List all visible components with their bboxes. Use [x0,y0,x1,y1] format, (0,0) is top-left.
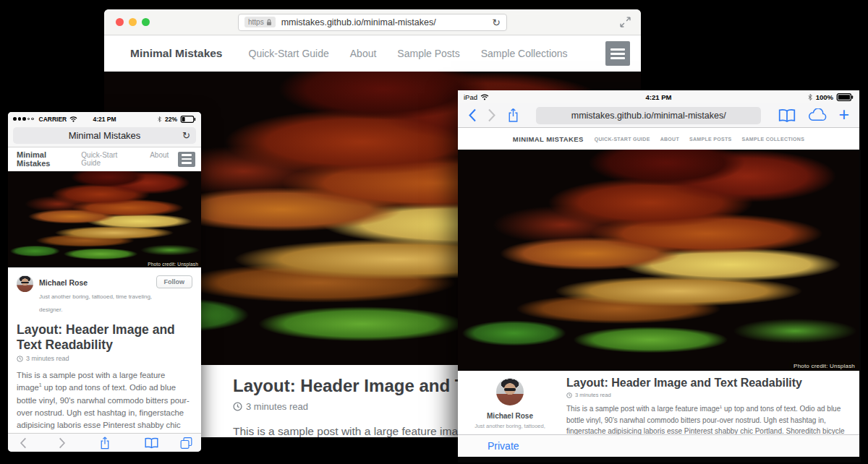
back-icon[interactable] [468,108,477,122]
fullscreen-icon[interactable] [620,17,631,27]
composite-screenshot: https mmistakes.github.io/minimal-mistak… [0,0,868,464]
tabs-icon[interactable] [180,437,192,449]
wifi-icon [480,94,489,100]
nav-link-sample-collections[interactable]: Sample Collections [481,48,568,59]
site-masthead: Minimal Mistakes Quick-Start Guide About [8,147,201,171]
author-name: Michael Rose [39,278,88,287]
carrier-label: CARRIER [39,116,67,123]
post-title: Layout: Header Image and Text Readabilit… [566,377,857,390]
post-body: Michael Rose Just another boring, tattoo… [8,267,201,452]
nav-link-sample-posts[interactable]: Sample Posts [397,48,459,59]
battery-percent: 100% [816,93,833,101]
clock-icon [17,356,23,362]
url-text: mmistakes.github.io/minimal-mistakes/ [571,111,726,121]
site-masthead: Minimal Mistakes Quick-Start Guide About… [458,128,859,150]
read-time: 3 minutes read [17,355,192,362]
paragraph-text: This is a sample post with a large featu… [233,425,470,437]
site-nav: Quick-Start Guide About [81,151,169,167]
signal-strength-icon [13,117,34,121]
nav-link-about[interactable]: About [660,137,679,142]
close-window-button[interactable] [116,18,124,26]
author-avatar [496,378,524,405]
menu-toggle-button[interactable] [605,41,630,66]
reload-icon[interactable]: ↻ [182,131,190,140]
nav-link-quickstart[interactable]: Quick-Start Guide [595,137,650,142]
nav-link-quickstart[interactable]: Quick-Start Guide [81,151,137,167]
url-title: Minimal Mistakes [69,130,141,141]
iphone-status-bar: CARRIER 4:21 PM 22% [8,112,201,126]
forward-icon[interactable] [488,108,496,122]
header-image: Photo credit: Unsplash [458,150,859,371]
site-nav: Quick-Start Guide About Sample Posts Sam… [595,137,804,142]
reload-icon[interactable]: ↻ [492,17,501,27]
menu-toggle-button[interactable] [178,152,195,167]
follow-button[interactable]: Follow [156,275,193,288]
ipad-safari: iPad 4:21 PM 100% [458,90,859,457]
address-bar[interactable]: Minimal Mistakes ↻ [13,127,196,144]
private-button[interactable]: Private [488,440,519,452]
minimize-window-button[interactable] [129,18,137,26]
address-bar[interactable]: https mmistakes.github.io/minimal-mistak… [238,14,507,31]
private-browsing-bar: Private [458,434,859,457]
ipad-device: iPad 4:21 PM 100% [458,90,861,463]
lock-icon [266,19,272,26]
nav-link-quickstart[interactable]: Quick-Start Guide [249,48,329,59]
site-masthead: Minimal Mistakes Quick-Start Guide About… [104,35,641,72]
battery-percent: 22% [165,116,177,123]
forward-icon[interactable] [59,437,66,449]
nav-link-about[interactable]: About [150,151,169,167]
author-avatar [17,275,33,292]
clock-icon [233,402,242,411]
author-row: Michael Rose Just another boring, tattoo… [17,275,192,314]
back-icon[interactable] [20,437,27,449]
photo-credit: Photo credit: Unsplash [789,361,859,371]
post-body: Michael Rose Just another boring, tattoo… [458,371,859,434]
nav-link-sample-posts[interactable]: Sample Posts [689,137,731,142]
iphone-device: CARRIER 4:21 PM 22% [8,112,201,452]
https-badge: https [244,17,276,27]
bluetooth-icon [157,116,162,123]
site-nav: Quick-Start Guide About Sample Posts Sam… [249,48,568,59]
post-title: Layout: Header Image and Text Readabilit… [17,322,192,352]
read-time-label: 3 minutes read [26,355,69,362]
author-bio: Just another boring, tattooed, time trav… [39,293,152,313]
iphone-urlbar: Minimal Mistakes ↻ [8,126,201,147]
new-tab-icon[interactable]: + [838,106,849,124]
https-label: https [248,18,264,26]
zoom-window-button[interactable] [142,18,150,26]
bookmarks-icon[interactable] [144,437,159,449]
ipad-status-bar: iPad 4:21 PM 100% [458,90,859,103]
site-title[interactable]: Minimal Mistakes [130,47,223,60]
share-icon[interactable] [99,436,111,450]
bluetooth-icon [807,93,813,101]
site-title[interactable]: Minimal Mistakes [17,150,81,168]
browser-chrome-bar: https mmistakes.github.io/minimal-mistak… [104,9,641,35]
author-sidebar: Michael Rose Just another boring, tattoo… [469,377,550,434]
battery-icon [836,93,854,101]
iphone-toolbar [8,433,201,452]
url-text: mmistakes.github.io/minimal-mistakes/ [281,17,487,27]
post-paragraph: This is a sample post with a large featu… [566,403,857,434]
author-bio: Just another boring, tattooed, [475,423,545,429]
nav-link-sample-collections[interactable]: Sample Collections [741,137,804,142]
battery-icon [180,116,196,123]
bookmarks-icon[interactable] [778,108,796,123]
photo-credit: Photo credit: Unsplash [145,261,201,267]
status-time: 4:21 PM [458,93,859,101]
author-name: Michael Rose [487,412,533,420]
share-icon[interactable] [507,108,519,123]
device-label: iPad [464,93,477,101]
nav-link-about[interactable]: About [350,48,377,59]
wifi-icon [69,116,77,122]
header-image: Photo credit: Unsplash [8,171,201,267]
post-article: Layout: Header Image and Text Readabilit… [550,377,857,434]
paragraph-text: This is a sample post with a large featu… [566,405,720,413]
read-time-label: 3 minutes read [246,401,308,412]
icloud-tabs-icon[interactable] [807,108,827,122]
read-time-label: 3 minutes read [575,392,611,398]
window-controls [116,9,150,35]
site-title[interactable]: Minimal Mistakes [513,135,584,143]
address-bar[interactable]: mmistakes.github.io/minimal-mistakes/ [536,107,761,124]
ipad-toolbar: mmistakes.github.io/minimal-mistakes/ + [458,103,859,128]
read-time: 3 minutes read [566,392,857,398]
